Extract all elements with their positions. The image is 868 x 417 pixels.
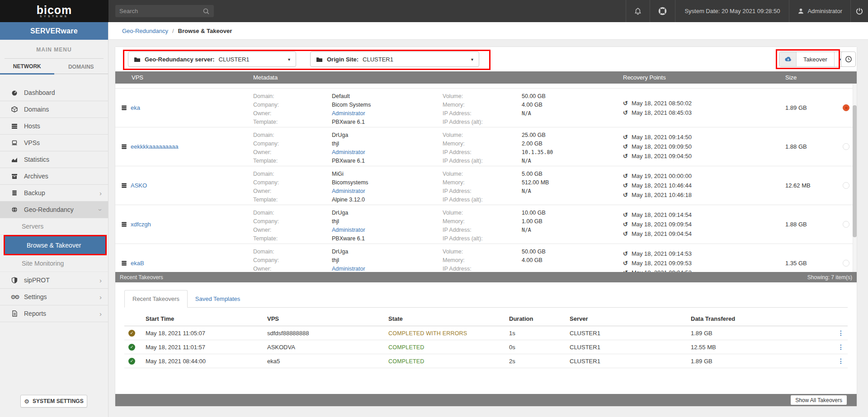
dashboard-icon [11,89,18,96]
recovery-point: ↺May 18, 2021 09:04:50 [623,151,784,161]
sidebar-item-statistics[interactable]: Statistics [0,151,108,168]
geo-redundancy-server-select[interactable]: Geo-Redundancy server: CLUSTER1 ▾ [128,52,296,67]
system-settings-button[interactable]: ⚙ SYSTEM SETTINGS [20,395,87,408]
vps-name-cell: ASKO [115,166,253,205]
sidebar-item-vpss[interactable]: VPSs [0,135,108,151]
schedule-button[interactable] [841,52,856,67]
volume-value: 10.00 GB [522,209,615,217]
template-value: PBXware 6.1 [332,118,443,127]
template-value: Alpine 3.12.0 [332,196,443,204]
takeover-split-button: Takeover ▾ [779,52,846,67]
vps-table-row: eka Domain: Company: Owner: Template: De… [115,89,857,127]
history-icon: ↺ [623,249,628,258]
support-button[interactable] [650,0,675,22]
database-icon [11,190,18,196]
sidebar-item-label: Geo-Redundancy [24,206,74,213]
sidebar-item-backup[interactable]: Backup › [0,185,108,201]
vps-name-link[interactable]: ASKO [131,182,147,189]
server-cell: CLUSTER1 [570,344,691,351]
metadata-labels-1: Domain: Company: Owner: Template: [253,127,332,166]
volume-value: 50.00 GB [522,92,615,101]
main-content: Geo-Redundancy server: CLUSTER1 ▾ Origin… [108,40,868,417]
sidebar-item-domains[interactable]: Domains [0,101,108,118]
ip-address-value: 10.1.35.80 [522,148,615,157]
search-icon [203,8,210,15]
vps-select-radio[interactable] [843,260,849,267]
takeover-icon-segment[interactable] [779,52,797,66]
row-actions-button[interactable]: ⋮ [830,357,848,365]
domain-value: Default [332,92,443,101]
row-actions-button[interactable]: ⋮ [830,329,848,337]
vps-name-link[interactable]: ekaB [131,260,144,267]
takeover-button[interactable]: Takeover [797,52,834,66]
notifications-button[interactable] [626,0,650,22]
history-icon: ↺ [623,258,628,268]
origin-site-select[interactable]: Origin Site: CLUSTER1 ▾ [310,52,479,67]
tab-saved-templates[interactable]: Saved Templates [188,290,248,307]
vps-name-link[interactable]: eekkkkaaaaaaaaa [131,143,179,150]
select-value: CLUSTER1 [363,56,393,63]
recovery-point: ↺May 18, 2021 08:50:02 [623,98,784,108]
table-scrollbar-thumb[interactable] [853,105,857,237]
logout-button[interactable] [851,0,868,22]
topbar-right: System Date: 20 May 2021 09:28:50 Admini… [626,0,868,22]
owner-link[interactable]: Administrator [332,148,443,157]
sidebar-item-site-monitoring[interactable]: Site Monitoring [0,255,108,272]
sidebar-item-geo-redundancy[interactable]: Geo-Redundancy › [0,201,108,218]
vps-select-radio[interactable] [843,104,849,111]
owner-link[interactable]: Administrator [332,265,443,272]
state-cell: COMPLETED WITH ERRORS [388,330,509,337]
domain-value: DrUga [332,131,443,140]
sidebar-item-hosts[interactable]: Hosts [0,118,108,135]
takeovers-table-header: Start Time VPS State Duration Server Dat… [124,311,848,326]
sidebar-item-servers[interactable]: Servers [0,218,108,235]
metadata-labels-1: Domain: Company: Owner: Template: [253,244,332,272]
annotation-box-browse-takeover: Browse & Takeover [4,235,107,255]
sidebar-item-reports[interactable]: Reports › [0,305,108,322]
show-all-takeovers-button[interactable]: Show All Takeovers [791,395,847,405]
owner-link[interactable]: Administrator [332,109,443,118]
breadcrumb-parent-link[interactable]: Geo-Redundancy [122,28,168,34]
takeover-row: ✓ May 18, 2021 11:01:57 ASKODVA COMPLETE… [124,340,848,354]
row-actions-button[interactable]: ⋮ [830,343,848,351]
vps-select-radio[interactable] [843,182,849,189]
metadata-values-2: 50.00 GB 4.00 GB N/A [522,89,615,127]
vps-select-radio[interactable] [843,143,849,150]
vps-name-link[interactable]: xdfczgh [131,221,151,228]
tab-domains[interactable]: DOMAINS [54,60,108,74]
history-icon: ↺ [623,210,628,220]
sidebar-item-settings[interactable]: ⚙⚙ Settings › [0,289,108,305]
column-header-start-time: Start Time [144,315,267,322]
recovery-point: ↺May 18, 2021 09:04:54 [623,229,784,239]
metadata-values-1: Default Bicom Systems Administrator PBXw… [332,89,443,127]
recovery-point-time: May 18, 2021 09:14:53 [632,249,692,258]
owner-link[interactable]: Administrator [332,187,443,196]
sidebar-item-browse-takeover[interactable]: Browse & Takeover [5,236,105,254]
sidebar-item-sipprot[interactable]: sipPROT › [0,272,108,289]
data-transfered-cell: 12.55 MB [691,344,830,351]
vps-select-radio[interactable] [843,221,849,228]
user-menu[interactable]: Administrator [789,0,850,22]
ip-address-alt-value: N/A [522,187,615,196]
vps-cell: sdfdsf88888888 [267,330,388,337]
search-box[interactable] [115,5,214,17]
search-input[interactable] [119,8,203,14]
recovery-point-time: May 18, 2021 08:45:03 [632,108,692,117]
tab-network[interactable]: NETWORK [0,60,54,75]
volume-value: 50.00 GB [522,248,615,256]
size-cell: 1.88 GB [784,205,836,244]
owner-link[interactable]: Administrator [332,226,443,234]
recovery-point-time: May 18, 2021 09:14:50 [632,132,692,142]
tab-recent-takeovers[interactable]: Recent Takeovers [124,290,188,308]
recovery-point-time: May 18, 2021 09:04:50 [632,151,692,161]
divider [5,58,104,59]
sidebar-item-archives[interactable]: Archives [0,168,108,185]
recent-takeovers-bar-title: Recent Takeovers [120,274,163,281]
vps-table-row: eekkkkaaaaaaaaa Domain: Company: Owner: … [115,127,857,166]
vps-name-link[interactable]: eka [131,104,140,111]
column-header-data-transfered: Data Transfered [691,315,830,322]
sidebar-item-dashboard[interactable]: Dashboard [0,84,108,101]
metadata-labels-2: Volume: Memory: IP Address: IP Address (… [443,127,522,166]
bicom-logo: bicom SYSTEMS [0,0,108,22]
recovery-point: ↺May 18, 2021 10:46:44 [623,181,784,190]
